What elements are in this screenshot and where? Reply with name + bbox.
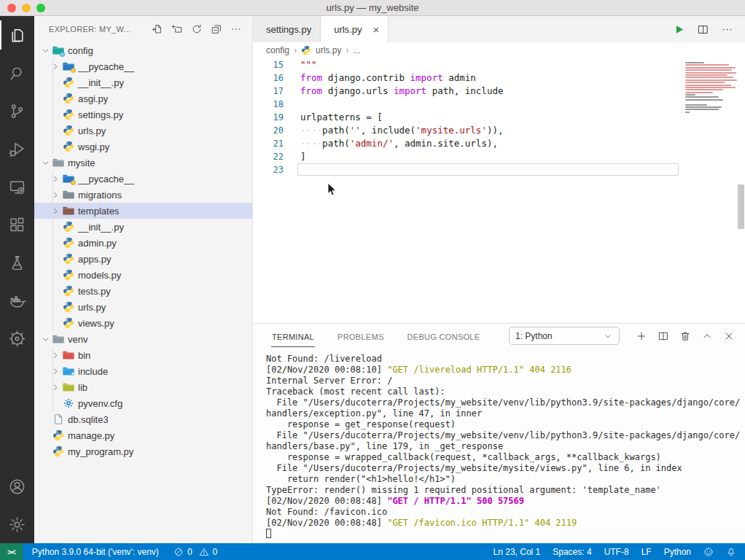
eol-status[interactable]: LF — [641, 547, 652, 557]
tree-item-migrations[interactable]: migrations — [34, 187, 252, 203]
collapse-folders-button[interactable] — [211, 23, 222, 35]
new-terminal-button[interactable] — [636, 330, 647, 342]
tree-item-urls.py[interactable]: urls.py — [34, 299, 252, 315]
split-terminal-button[interactable] — [658, 330, 669, 342]
notifications-bell-icon[interactable] — [726, 547, 736, 557]
terminal-line: Traceback (most recent call last): — [266, 386, 741, 397]
chevron-down-icon[interactable] — [40, 46, 51, 55]
panel-tab-problems[interactable]: PROBLEMS — [337, 325, 385, 347]
panel-tab-debug-console[interactable]: DEBUG CONSOLE — [407, 325, 481, 347]
file-tree: config__pycache____init__.pyasgi.pysetti… — [34, 42, 252, 459]
python-icon — [63, 109, 74, 120]
indentation-status[interactable]: Spaces: 4 — [553, 547, 591, 557]
activity-item-run-debug[interactable] — [0, 130, 34, 168]
tree-item-label: lib — [78, 382, 87, 393]
warning-count: 0 — [213, 547, 218, 557]
tree-item-label: bin — [78, 350, 90, 361]
chevron-down-icon[interactable] — [40, 158, 51, 168]
tree-item-__pycache__[interactable]: __pycache__ — [34, 171, 252, 187]
activity-item-extensions[interactable] — [0, 206, 34, 244]
tree-item-tests.py[interactable]: tests.py — [34, 283, 252, 299]
tree-item-lib[interactable]: lib — [34, 379, 252, 395]
panel-tab-terminal[interactable]: TERMINAL — [271, 325, 315, 347]
tree-item-__init__.py[interactable]: __init__.py — [34, 74, 252, 90]
tree-item-pyvenv.cfg[interactable]: pyvenv.cfg — [34, 395, 252, 411]
terminal-output[interactable]: Not Found: /livereload[02/Nov/2020 00:08… — [266, 354, 741, 542]
encoding-status[interactable]: UTF-8 — [604, 547, 629, 557]
close-window-button[interactable] — [7, 4, 16, 12]
code-line-22: 22] — [253, 150, 682, 163]
tree-item-views.py[interactable]: views.py — [34, 315, 252, 331]
new-file-button[interactable] — [152, 23, 163, 35]
close-panel-button[interactable] — [723, 330, 735, 342]
tree-item-apps.py[interactable]: apps.py — [34, 251, 252, 267]
bottom-panel: TERMINALPROBLEMSDEBUG CONSOLE 1: Python … — [253, 323, 745, 543]
activity-item-settings[interactable] — [0, 505, 34, 543]
refresh-explorer-button[interactable] — [191, 23, 203, 35]
more-editor-actions-button[interactable] — [721, 23, 733, 36]
terminal-line: [02/Nov/2020 00:08:48] "GET /favicon.ico… — [266, 518, 741, 529]
tree-item-config[interactable]: config — [34, 42, 252, 58]
python-icon — [63, 253, 74, 265]
feedback-icon[interactable] — [703, 547, 714, 557]
indent-guide — [52, 203, 53, 219]
code-text: ····path('', include('mysite.urls')), — [284, 124, 504, 137]
tree-item-urls.py[interactable]: urls.py — [34, 122, 252, 139]
tree-item-wsgi.py[interactable]: wsgi.py — [34, 139, 252, 155]
tree-item-venv[interactable]: venv — [34, 331, 252, 347]
tree-item-settings.py[interactable]: settings.py — [34, 106, 252, 122]
activity-item-remote-explorer[interactable] — [0, 168, 34, 206]
tree-item-__init__.py[interactable]: __init__.py — [34, 219, 252, 235]
code-line-16: 16from django.contrib import admin — [253, 71, 682, 85]
remote-indicator[interactable]: >< — [0, 543, 23, 560]
beaker-icon — [8, 254, 26, 272]
minimap[interactable] — [682, 60, 736, 114]
activity-item-testing[interactable] — [0, 244, 34, 281]
tree-item-templates[interactable]: templates — [34, 203, 252, 219]
maximize-panel-button[interactable] — [701, 330, 713, 342]
tree-item-label: __pycache__ — [78, 174, 134, 184]
tab-urls-py[interactable]: urls.py× — [321, 16, 389, 42]
line-number: 15 — [253, 58, 284, 71]
terminal-line: handlers/exception.py", line 47, in inne… — [266, 408, 741, 419]
tree-item-my_program.py[interactable]: my_program.py — [34, 443, 252, 459]
cursor-position-status[interactable]: Ln 23, Col 1 — [494, 547, 541, 557]
tab-settings-py[interactable]: settings.py — [253, 16, 321, 42]
activity-item-accounts[interactable] — [0, 467, 34, 505]
tree-item-include[interactable]: +include — [34, 363, 252, 379]
breadcrumb-item-config[interactable]: config — [266, 45, 289, 55]
tree-item-models.py[interactable]: models.py — [34, 267, 252, 283]
tree-item-label: urls.py — [78, 125, 106, 136]
minimap-line — [685, 104, 707, 106]
language-mode-status[interactable]: Python — [664, 547, 691, 557]
code-text: ] — [284, 150, 306, 163]
chevron-down-icon[interactable] — [40, 335, 51, 344]
breadcrumb-item-more[interactable]: ... — [353, 45, 360, 55]
activity-item-source-control[interactable] — [0, 92, 34, 130]
tree-item-__pycache__[interactable]: __pycache__ — [34, 58, 252, 74]
activity-item-docker[interactable] — [0, 281, 34, 319]
close-tab-icon[interactable]: × — [372, 24, 379, 35]
run-file-button[interactable] — [673, 23, 685, 36]
activity-item-search[interactable] — [0, 54, 34, 92]
problems-status[interactable]: 0 0 — [173, 547, 217, 557]
tree-item-mysite[interactable]: mysite — [34, 155, 252, 171]
new-folder-button[interactable] — [171, 23, 183, 35]
tree-item-admin.py[interactable]: admin.py — [34, 235, 252, 251]
activity-item-explorer[interactable] — [0, 16, 34, 54]
vertical-scrollbar-thumb[interactable] — [738, 184, 744, 229]
more-actions-button[interactable] — [230, 23, 242, 35]
zoom-window-button[interactable] — [36, 4, 45, 12]
tree-item-bin[interactable]: bin — [34, 347, 252, 363]
breadcrumb-item-urls.py[interactable]: urls.py — [316, 45, 341, 55]
tree-item-db.sqlite3[interactable]: db.sqlite3 — [34, 411, 252, 427]
tree-item-asgi.py[interactable]: asgi.py — [34, 90, 252, 106]
kill-terminal-button[interactable] — [679, 330, 691, 342]
minimize-window-button[interactable] — [22, 4, 31, 12]
tree-item-manage.py[interactable]: manage.py — [34, 427, 252, 443]
split-editor-button[interactable] — [697, 23, 709, 36]
activity-item-python-environment[interactable] — [0, 319, 34, 357]
tree-item-label: urls.py — [78, 302, 106, 313]
terminal-shell-selector[interactable]: 1: Python — [509, 327, 620, 345]
python-interpreter-status[interactable]: Python 3.9.0 64-bit ('venv': venv) — [32, 547, 159, 557]
